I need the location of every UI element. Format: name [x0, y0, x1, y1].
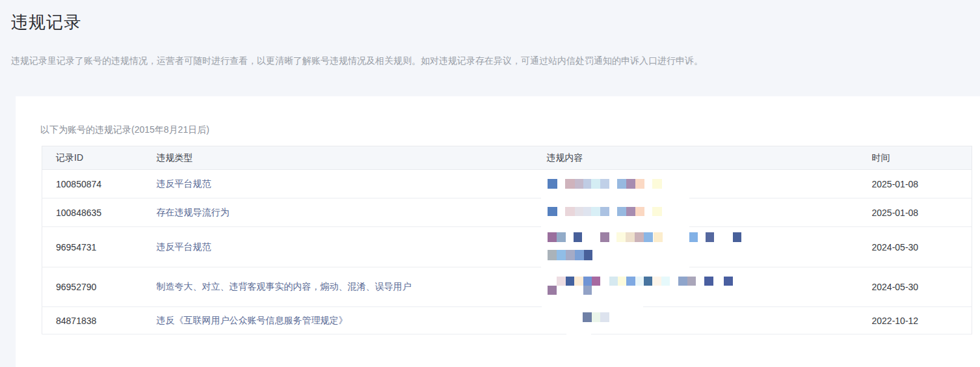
violation-records-table: 记录ID 违规类型 违规内容 时间 100850874 违反平台规范 2025-…: [42, 146, 972, 334]
violation-type-link[interactable]: 存在违规导流行为: [157, 207, 230, 217]
table-row: 100848635 存在违规导流行为 2025-01-08: [42, 198, 972, 227]
records-scope-note: 以下为账号的违规记录(2015年8月21日后): [40, 124, 209, 136]
table-row: 96954731 违反平台规范 2024-05-30: [42, 227, 972, 267]
page-description: 违规记录里记录了账号的违规情况，运营者可随时进行查看，以更清晰了解账号违规情况及…: [11, 54, 921, 67]
time-cell: 2025-01-08: [872, 198, 972, 227]
column-header-record-id: 记录ID: [42, 146, 157, 170]
violation-content-cell: [547, 198, 872, 227]
page-title: 违规记录: [11, 11, 81, 33]
violation-records-card: 以下为账号的违规记录(2015年8月21日后) 记录ID 违规类型 违规内容 时…: [16, 96, 980, 367]
record-id-cell: 96954731: [42, 227, 157, 267]
violation-content-cell: [547, 267, 872, 307]
time-cell: 2025-01-08: [872, 170, 972, 198]
table-row: 96952790 制造夸大、对立、违背客观事实的内容，煽动、混淆、误导用户 20…: [42, 267, 972, 307]
record-id-cell: 84871838: [42, 307, 157, 334]
left-gutter: [0, 96, 16, 367]
record-id-cell: 100850874: [42, 170, 157, 198]
column-header-violation-content: 违规内容: [547, 146, 872, 170]
time-cell: 2024-05-30: [872, 227, 972, 267]
violation-content-cell: [547, 307, 872, 334]
table-row: 84871838 违反《互联网用户公众账号信息服务管理规定》 2022-10-1…: [42, 307, 972, 334]
time-cell: 2024-05-30: [872, 267, 972, 307]
record-id-cell: 100848635: [42, 198, 157, 227]
violation-type-link[interactable]: 制造夸大、对立、违背客观事实的内容，煽动、混淆、误导用户: [157, 281, 412, 292]
violation-type-link[interactable]: 违反《互联网用户公众账号信息服务管理规定》: [157, 315, 348, 325]
time-cell: 2022-10-12: [872, 307, 972, 334]
violation-type-link[interactable]: 违反平台规范: [157, 178, 211, 189]
violation-records-page: 违规记录 违规记录里记录了账号的违规情况，运营者可随时进行查看，以更清晰了解账号…: [0, 0, 980, 367]
violation-content-cell: [547, 227, 872, 267]
table-header-row: 记录ID 违规类型 违规内容 时间: [42, 146, 972, 170]
violation-content-cell: [547, 170, 872, 198]
table-row: 100850874 违反平台规范 2025-01-08: [42, 170, 972, 198]
column-header-time: 时间: [872, 146, 972, 170]
violation-type-link[interactable]: 违反平台规范: [157, 241, 211, 252]
record-id-cell: 96952790: [42, 267, 157, 307]
column-header-violation-type: 违规类型: [157, 146, 547, 170]
page-header-band: 违规记录 违规记录里记录了账号的违规情况，运营者可随时进行查看，以更清晰了解账号…: [0, 0, 980, 96]
violation-table-body: 100850874 违反平台规范 2025-01-08 100848635 存在…: [42, 170, 972, 334]
